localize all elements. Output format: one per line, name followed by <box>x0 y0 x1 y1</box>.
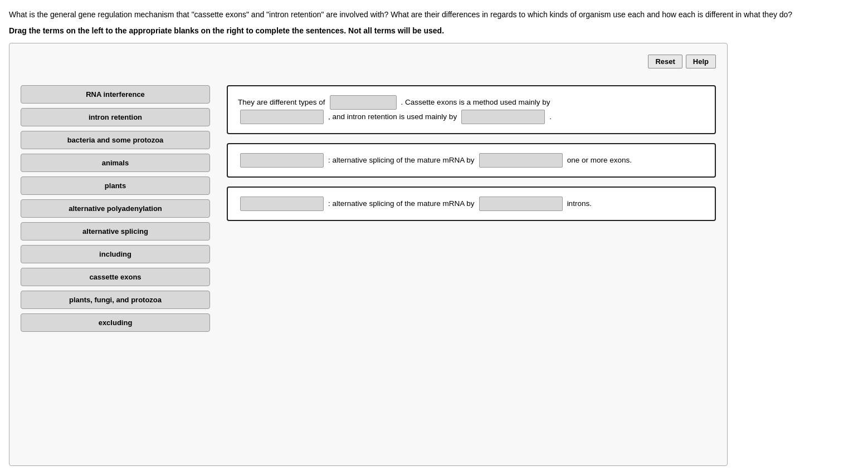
drop-zone-6[interactable] <box>240 197 324 211</box>
sentence-line-2: , and intron retention is used mainly by… <box>238 110 705 124</box>
s2-text2: one or more exons. <box>567 154 632 167</box>
s1-text3: , and intron retention is used mainly by <box>328 110 457 124</box>
drop-zone-7[interactable] <box>479 197 563 211</box>
reset-button[interactable]: Reset <box>648 55 682 68</box>
right-panel: They are different types of . Cassette e… <box>227 85 716 332</box>
drop-zone-2[interactable] <box>240 110 324 124</box>
s2-text1: : alternative splicing of the mature mRN… <box>328 154 475 167</box>
drag-term-6[interactable]: alternative splicing <box>21 222 210 241</box>
help-button[interactable]: Help <box>686 55 716 68</box>
sentence-box-1: They are different types of . Cassette e… <box>227 85 716 134</box>
sentence-box-2: : alternative splicing of the mature mRN… <box>227 143 716 178</box>
toolbar: Reset Help <box>21 55 716 68</box>
drag-term-5[interactable]: alternative polyadenylation <box>21 199 210 218</box>
drag-term-2[interactable]: bacteria and some protozoa <box>21 131 210 149</box>
drag-term-0[interactable]: RNA interference <box>21 85 210 104</box>
drag-term-4[interactable]: plants <box>21 176 210 195</box>
drop-zone-4[interactable] <box>240 153 324 168</box>
sentence-line-3: : alternative splicing of the mature mRN… <box>238 153 705 168</box>
drag-term-9[interactable]: plants, fungi, and protozoa <box>21 291 210 309</box>
drop-zone-3[interactable] <box>461 110 545 124</box>
question-text: What is the general gene regulation mech… <box>9 9 859 21</box>
drag-term-10[interactable]: excluding <box>21 313 210 332</box>
s3-text1: : alternative splicing of the mature mRN… <box>328 197 475 210</box>
drop-zone-5[interactable] <box>479 153 563 168</box>
drag-term-8[interactable]: cassette exons <box>21 268 210 286</box>
s1-text4: . <box>549 110 552 124</box>
drop-zone-1[interactable] <box>330 95 397 110</box>
s3-text2: introns. <box>567 197 592 210</box>
sentence-line-1: They are different types of . Cassette e… <box>238 95 705 110</box>
drag-term-3[interactable]: animals <box>21 154 210 172</box>
drag-term-7[interactable]: including <box>21 245 210 263</box>
drag-term-1[interactable]: intron retention <box>21 108 210 126</box>
left-panel: RNA interferenceintron retentionbacteria… <box>21 85 210 332</box>
instruction-text: Drag the terms on the left to the approp… <box>9 26 859 35</box>
main-container: Reset Help RNA interferenceintron retent… <box>9 43 728 466</box>
content-area: RNA interferenceintron retentionbacteria… <box>21 85 716 332</box>
sentence-line-4: : alternative splicing of the mature mRN… <box>238 197 705 211</box>
s1-text1: They are different types of <box>238 96 325 109</box>
sentence-box-3: : alternative splicing of the mature mRN… <box>227 187 716 221</box>
s1-text2: . Cassette exons is a method used mainly… <box>401 96 550 109</box>
